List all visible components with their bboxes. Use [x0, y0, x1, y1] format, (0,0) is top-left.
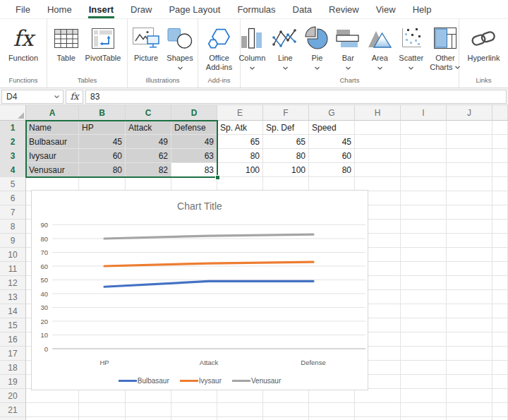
column-header-H[interactable]: H	[355, 105, 401, 121]
cell-A2[interactable]: Bulbasaur	[26, 135, 79, 149]
cell-I4[interactable]	[401, 163, 447, 177]
cell-B2[interactable]: 45	[79, 135, 126, 149]
fx-button[interactable]: fx	[66, 90, 83, 104]
cell-B21[interactable]	[79, 403, 126, 417]
cell-G21[interactable]	[309, 403, 355, 417]
cell-K6[interactable]	[492, 191, 508, 205]
cell-J20[interactable]	[447, 389, 492, 403]
ribbon-item-pivottable[interactable]: PivotTable	[85, 23, 122, 63]
cell-J9[interactable]	[447, 234, 492, 248]
column-header-I[interactable]: I	[401, 105, 447, 121]
column-header-C[interactable]: C	[126, 105, 171, 121]
cell-I8[interactable]	[401, 220, 447, 234]
ribbon-item-hyperlink[interactable]: Hyperlink	[467, 23, 501, 63]
cell-K22[interactable]	[492, 417, 508, 420]
cell-K8[interactable]	[492, 220, 508, 234]
cell-C21[interactable]	[126, 403, 171, 417]
row-header-2[interactable]: 2	[0, 135, 26, 149]
cell-G5[interactable]	[309, 177, 355, 191]
cell-F4[interactable]: 100	[263, 163, 309, 177]
row-header-6[interactable]: 6	[0, 191, 26, 205]
cell-H2[interactable]	[355, 135, 401, 149]
cell-I9[interactable]	[401, 234, 447, 248]
cell-D5[interactable]	[171, 177, 217, 191]
cell-G3[interactable]: 60	[309, 149, 355, 163]
tab-page-layout[interactable]: Page Layout	[160, 0, 229, 18]
cell-K11[interactable]	[492, 262, 508, 276]
cell-I14[interactable]	[401, 304, 447, 318]
ribbon-item-column[interactable]: Column	[238, 23, 266, 71]
cell-J8[interactable]	[447, 220, 492, 234]
cell-J7[interactable]	[447, 205, 492, 220]
cell-J17[interactable]	[447, 347, 492, 361]
column-header-D[interactable]: D	[171, 105, 217, 121]
ribbon-item-pie[interactable]: Pie	[304, 23, 329, 71]
cell-D4[interactable]: 83	[171, 163, 217, 177]
row-header-1[interactable]: 1	[0, 121, 26, 135]
cell-A5[interactable]	[26, 177, 79, 191]
row-header-12[interactable]: 12	[0, 276, 26, 290]
cell-J14[interactable]	[447, 304, 492, 318]
ribbon-item-picture[interactable]: Picture	[131, 23, 161, 63]
ribbon-item-bar[interactable]: Bar	[334, 23, 361, 71]
cell-C3[interactable]: 62	[126, 149, 171, 163]
ribbon-item-other-charts[interactable]: OtherCharts	[429, 23, 461, 72]
cell-K12[interactable]	[492, 276, 508, 290]
name-box[interactable]: D4	[1, 90, 64, 104]
cell-E4[interactable]: 100	[217, 163, 263, 177]
ribbon-item-table[interactable]: Table	[53, 23, 80, 63]
row-header-16[interactable]: 16	[0, 332, 26, 347]
cell-I7[interactable]	[401, 205, 447, 220]
ribbon-item-function[interactable]: fxFunction	[8, 23, 39, 63]
row-header-21[interactable]: 21	[0, 403, 26, 417]
cell-I5[interactable]	[401, 177, 447, 191]
cell-J2[interactable]	[447, 135, 492, 149]
row-header-11[interactable]: 11	[0, 262, 26, 276]
row-header-22[interactable]: 22	[0, 417, 26, 420]
row-header-4[interactable]: 4	[0, 163, 26, 177]
ribbon-item-office-add-ins[interactable]: OfficeAdd-ins	[205, 23, 233, 72]
cell-K2[interactable]	[492, 135, 508, 149]
row-header-5[interactable]: 5	[0, 177, 26, 191]
cell-C2[interactable]: 49	[126, 135, 171, 149]
cell-I16[interactable]	[401, 332, 447, 347]
select-all-corner[interactable]	[0, 105, 26, 121]
tab-review[interactable]: Review	[320, 0, 368, 18]
cell-B4[interactable]: 80	[79, 163, 126, 177]
cell-I20[interactable]	[401, 389, 447, 403]
row-header-8[interactable]: 8	[0, 220, 26, 234]
row-header-13[interactable]: 13	[0, 290, 26, 304]
cell-H3[interactable]	[355, 149, 401, 163]
cell-I17[interactable]	[401, 347, 447, 361]
cell-A22[interactable]	[26, 417, 79, 420]
cell-K13[interactable]	[492, 290, 508, 304]
cell-J16[interactable]	[447, 332, 492, 347]
cell-I2[interactable]	[401, 135, 447, 149]
row-header-15[interactable]: 15	[0, 318, 26, 332]
cell-I12[interactable]	[401, 276, 447, 290]
cell-E2[interactable]: 65	[217, 135, 263, 149]
cell-J18[interactable]	[447, 361, 492, 375]
tab-data[interactable]: Data	[284, 0, 320, 18]
cell-D3[interactable]: 63	[171, 149, 217, 163]
cell-H21[interactable]	[355, 403, 401, 417]
row-header-18[interactable]: 18	[0, 361, 26, 375]
cell-A1[interactable]: Name	[26, 121, 79, 135]
tab-help[interactable]: Help	[404, 0, 440, 18]
ribbon-item-shapes[interactable]: Shapes	[166, 23, 194, 71]
row-header-17[interactable]: 17	[0, 347, 26, 361]
column-header-G[interactable]: G	[309, 105, 355, 121]
cell-H22[interactable]	[355, 417, 401, 420]
cell-A3[interactable]: Ivysaur	[26, 149, 79, 163]
tab-home[interactable]: Home	[39, 0, 80, 18]
cell-B1[interactable]: HP	[79, 121, 126, 135]
column-header-A[interactable]: A	[26, 105, 79, 121]
cell-I15[interactable]	[401, 318, 447, 332]
tab-view[interactable]: View	[368, 0, 404, 18]
cell-J6[interactable]	[447, 191, 492, 205]
row-header-20[interactable]: 20	[0, 389, 26, 403]
cell-J19[interactable]	[447, 375, 492, 389]
row-header-14[interactable]: 14	[0, 304, 26, 318]
cell-J15[interactable]	[447, 318, 492, 332]
embedded-chart[interactable]: Chart Title0102030405060708090HPAttackDe…	[31, 190, 368, 390]
